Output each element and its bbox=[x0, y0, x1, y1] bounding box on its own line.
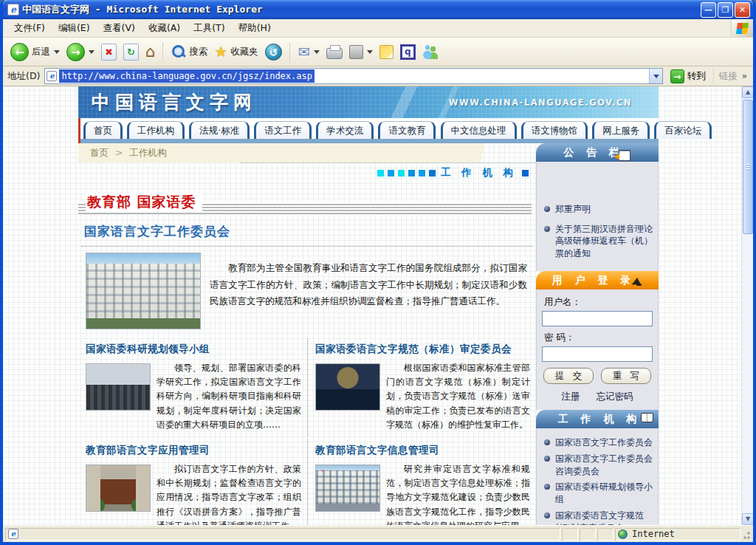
organization-item[interactable]: 国家语委语言文字规范(标准)审定委员会 bbox=[542, 510, 653, 525]
password-field[interactable] bbox=[542, 346, 653, 362]
organization-link[interactable]: 国家语委语言文字规范(标准)审定委员会 bbox=[555, 510, 653, 525]
group-photo bbox=[86, 363, 151, 411]
reset-button[interactable]: 重 写 bbox=[601, 368, 651, 384]
address-dropdown-button[interactable] bbox=[649, 69, 662, 83]
scrollbar-thumb[interactable] bbox=[743, 100, 753, 234]
address-bar: 地址(D) e http://www.china-language.gov.cn… bbox=[3, 66, 753, 86]
organization-link[interactable]: 国家语言文字工作委员会 bbox=[555, 436, 653, 449]
home-button[interactable]: ⌂ bbox=[144, 42, 157, 62]
marker-square bbox=[522, 170, 529, 176]
marker-square bbox=[408, 170, 415, 176]
page-favicon: e bbox=[47, 71, 57, 81]
print-button[interactable] bbox=[325, 43, 344, 61]
organization-item[interactable]: 国家语言文字工作委员会咨询委员会 bbox=[542, 453, 653, 478]
go-button[interactable]: → 转到 bbox=[667, 69, 709, 84]
toolbar-separator bbox=[289, 42, 291, 62]
discuss-button[interactable] bbox=[378, 44, 395, 61]
scroll-down-icon[interactable]: ▼ bbox=[742, 513, 753, 525]
book-icon bbox=[641, 413, 653, 422]
scroll-up-icon[interactable]: ▲ bbox=[742, 86, 753, 98]
bullet-icon bbox=[544, 439, 550, 445]
history-button[interactable]: ↺ bbox=[264, 42, 284, 62]
heading-band-top: 教育部 国家语委 bbox=[78, 192, 536, 214]
nav-tab-museum[interactable]: 语文博物馆 bbox=[521, 121, 588, 139]
section-title[interactable]: 教育部语言文字信息管理司 bbox=[315, 444, 530, 457]
username-label: 用户名： bbox=[544, 296, 653, 309]
section-title[interactable]: 国家语委语言文字规范（标准）审定委员会 bbox=[315, 343, 530, 356]
password-label: 密 码： bbox=[544, 332, 653, 344]
refresh-button[interactable]: ↻ bbox=[122, 42, 140, 62]
announcement-link[interactable]: 郑重声明 bbox=[555, 203, 591, 216]
stop-button[interactable]: ✖ bbox=[100, 42, 118, 62]
organization-item[interactable]: 国家语言文字工作委员会 bbox=[542, 436, 653, 449]
edit-button[interactable] bbox=[348, 44, 374, 61]
go-label: 转到 bbox=[687, 70, 706, 83]
back-button[interactable]: ← 后退 bbox=[9, 41, 61, 63]
hand-cursor-icon bbox=[630, 278, 642, 289]
forward-dropdown-icon[interactable] bbox=[89, 50, 94, 54]
back-dropdown-icon[interactable] bbox=[54, 50, 60, 54]
section-title[interactable]: 教育部语言文字应用管理司 bbox=[86, 444, 301, 457]
more-list-icon[interactable] bbox=[619, 150, 630, 161]
section-text: 研究并审定语言文字标准和规范，制定语言文字信息处理标准；指导地方文字规范化建设；… bbox=[386, 462, 530, 525]
submit-button[interactable]: 提 交 bbox=[543, 368, 594, 384]
nav-tab-organizations[interactable]: 工作机构 bbox=[127, 121, 185, 139]
favorites-button[interactable]: ★ 收藏夹 bbox=[213, 43, 259, 61]
organization-link[interactable]: 国家语委科研规划领导小组 bbox=[555, 481, 653, 506]
minimize-button[interactable]: — bbox=[701, 2, 716, 18]
messenger-button[interactable] bbox=[421, 43, 440, 61]
forgot-password-link[interactable]: 忘记密码 bbox=[597, 391, 633, 403]
nav-tab-education[interactable]: 语文教育 bbox=[378, 121, 436, 139]
links-label[interactable]: 链接 bbox=[719, 70, 738, 83]
menu-edit[interactable]: 编辑(E) bbox=[52, 20, 97, 37]
status-main-pane: e bbox=[5, 528, 560, 541]
section-text: 领导、规划、部署国家语委的科学研究工作，拟定国家语言文字工作科研方向，编制科研项… bbox=[157, 361, 301, 432]
announcement-item[interactable]: 郑重声明 bbox=[542, 203, 653, 216]
section-row-2: 教育部语言文字应用管理司 拟订语言文字工作的方针、政策和中长期规划；监督检查语言… bbox=[78, 439, 536, 525]
mail-button[interactable]: ✉ bbox=[297, 43, 321, 61]
vertical-scrollbar[interactable]: ▲ ▼ bbox=[741, 86, 753, 525]
section-title[interactable]: 国家语委科研规划领导小组 bbox=[86, 343, 301, 356]
nav-tab-home[interactable]: 首页 bbox=[83, 121, 123, 139]
menu-file[interactable]: 文件(F) bbox=[7, 20, 52, 37]
nav-tab-forum[interactable]: 百家论坛 bbox=[654, 121, 712, 139]
menu-tools[interactable]: 工具(T) bbox=[187, 20, 231, 37]
organization-link[interactable]: 国家语言文字工作委员会咨询委员会 bbox=[555, 453, 653, 478]
marker-square bbox=[429, 170, 436, 176]
announcements-header: 公 告 栏 bbox=[536, 143, 659, 162]
resize-grip[interactable] bbox=[742, 528, 751, 541]
mail-dropdown-icon[interactable] bbox=[314, 50, 320, 54]
browser-viewport: 中国语言文字网 WWW.CHINA-LANGUAGE.GOV.CN 首页 工作机… bbox=[3, 86, 753, 525]
address-input[interactable]: e http://www.china-language.gov.cn/jgsz/… bbox=[44, 68, 662, 84]
url-text[interactable]: http://www.china-language.gov.cn/jgsz/in… bbox=[59, 69, 315, 83]
maximize-button[interactable]: ❐ bbox=[718, 2, 733, 18]
building-photo bbox=[315, 465, 380, 512]
search-button[interactable]: 搜索 bbox=[170, 43, 209, 61]
plugin-button[interactable]: q bbox=[399, 43, 417, 61]
forward-button[interactable]: → bbox=[65, 41, 96, 63]
nav-tab-regulations[interactable]: 法规·标准 bbox=[189, 121, 250, 139]
nav-tab-services[interactable]: 网上服务 bbox=[592, 121, 650, 139]
menu-view[interactable]: 查看(V) bbox=[97, 20, 142, 37]
standard-toolbar: ← 后退 → ✖ ↻ ⌂ 搜索 ★ 收藏夹 ↺ ✉ q bbox=[3, 38, 753, 66]
register-link[interactable]: 注册 bbox=[562, 391, 580, 403]
announcement-item[interactable]: 关于第三期汉语拼音理论高级研修班返程车（机）票的通知 bbox=[542, 223, 653, 260]
menu-favorites[interactable]: 收藏(A) bbox=[142, 20, 187, 37]
username-field[interactable] bbox=[542, 311, 653, 326]
nav-tab-language-work[interactable]: 语文工作 bbox=[254, 121, 312, 139]
edit-dropdown-icon[interactable] bbox=[367, 50, 373, 54]
section-marker-label: 工 作 机 构 bbox=[441, 166, 517, 179]
zone-label: Internet bbox=[632, 529, 675, 539]
breadcrumb-home[interactable]: 首页 bbox=[90, 147, 109, 158]
announcement-link[interactable]: 关于第三期汉语拼音理论高级研修班返程车（机）票的通知 bbox=[555, 223, 653, 260]
marker-square bbox=[388, 170, 394, 176]
links-chevron-icon[interactable]: » bbox=[742, 71, 749, 81]
nav-tab-academic[interactable]: 学术交流 bbox=[316, 121, 374, 139]
close-button[interactable]: ✕ bbox=[735, 2, 750, 18]
nav-tab-info-processing[interactable]: 中文信息处理 bbox=[441, 121, 517, 139]
stop-icon: ✖ bbox=[101, 44, 117, 61]
organization-item[interactable]: 国家语委科研规划领导小组 bbox=[542, 481, 653, 506]
menu-bar: 文件(F) 编辑(E) 查看(V) 收藏(A) 工具(T) 帮助(H) bbox=[3, 19, 753, 38]
menu-help[interactable]: 帮助(H) bbox=[232, 20, 278, 37]
bullet-icon bbox=[544, 484, 550, 490]
